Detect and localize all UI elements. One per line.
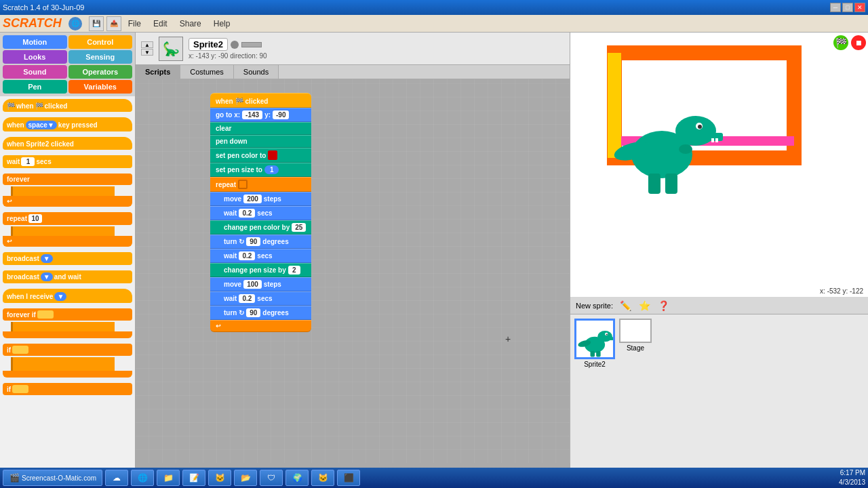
block-when-clicked[interactable]: when 🏁 clicked <box>210 93 311 108</box>
nav-down-button[interactable]: ▼ <box>141 49 153 56</box>
paint-sprite-button[interactable]: ✏️ <box>618 299 632 312</box>
block-sprite-clicked[interactable]: when Sprite2 clicked <box>3 137 132 150</box>
block-wait-02-3[interactable]: wait 0.2 secs <box>210 291 311 306</box>
block-broadcast-wait[interactable]: broadcast ▼ and wait <box>3 270 132 283</box>
category-sensing[interactable]: Sensing <box>68 50 133 64</box>
category-pen[interactable]: Pen <box>3 80 67 94</box>
sprite-lock-icon[interactable] <box>231 41 239 49</box>
script-tabs: Scripts Costumes Sounds <box>136 65 570 79</box>
taskbar-notes[interactable]: 📝 <box>182 470 205 486</box>
nav-up-button[interactable]: ▲ <box>141 41 153 48</box>
sprite-thumbnail: 🦕 <box>159 37 183 61</box>
category-looks[interactable]: Looks <box>3 50 67 64</box>
svg-rect-16 <box>610 337 613 340</box>
block-wait[interactable]: wait 1 secs <box>3 155 132 168</box>
surprise-sprite-button[interactable]: ⭐ <box>637 299 651 312</box>
block-if[interactable]: if <box>3 344 132 356</box>
block-change-pen-size[interactable]: change pen size by 2 <box>210 263 311 277</box>
block-forever-end[interactable]: ↩ <box>3 196 132 207</box>
taskbar-files[interactable]: 📂 <box>234 470 257 486</box>
taskbar-cat[interactable]: 🐱 <box>208 470 231 486</box>
block-repeat[interactable]: repeat 10 <box>3 212 132 225</box>
menu-share[interactable]: Share <box>174 18 207 30</box>
block-change-pen-color[interactable]: change pen color by 25 <box>210 220 311 235</box>
category-sound[interactable]: Sound <box>3 65 67 79</box>
menu-edit[interactable]: Edit <box>148 18 173 30</box>
time-display: 6:17 PM <box>839 468 865 478</box>
svg-rect-21 <box>596 350 600 357</box>
block-wait-02-1[interactable]: wait 0.2 secs <box>210 206 311 220</box>
script-group-main: when 🏁 clicked go to x: -143 y: -90 clea… <box>210 93 311 332</box>
block-move-200[interactable]: move 200 steps <box>210 192 311 206</box>
block-set-pen-size[interactable]: set pen size to 1 <box>210 163 311 177</box>
share-icon-button[interactable]: 📤 <box>106 16 121 31</box>
menu-bar: SCRATCH 🌐 💾 📤 File Edit Share Help <box>0 15 868 33</box>
save-icon-button[interactable]: 💾 <box>89 16 104 31</box>
stop-button[interactable]: ⏹ <box>851 35 866 50</box>
category-variables[interactable]: Variables <box>68 80 133 94</box>
script-canvas[interactable]: when 🏁 clicked go to x: -143 y: -90 clea… <box>136 79 570 463</box>
block-if-else[interactable]: if <box>3 383 132 395</box>
minimize-button[interactable]: ─ <box>830 3 841 12</box>
block-turn-90-2[interactable]: turn ↻ 90 degrees <box>210 306 311 320</box>
app-logo: SCRATCH <box>3 16 62 30</box>
taskbar-shield[interactable]: 🛡 <box>260 470 283 486</box>
taskbar-explorer[interactable]: 📁 <box>157 470 180 486</box>
stage-coords: x: -532 y: -122 <box>817 287 866 296</box>
block-broadcast[interactable]: broadcast ▼ <box>3 252 132 265</box>
pen-color-swatch[interactable] <box>268 150 277 160</box>
category-operators[interactable]: Operators <box>68 65 133 79</box>
sprite2-thumbnail[interactable] <box>574 319 615 359</box>
green-flag-button[interactable]: 🏁 <box>833 35 848 50</box>
sprite-name: Sprite2 <box>189 38 228 51</box>
block-set-pen-color[interactable]: set pen color to <box>210 148 311 163</box>
svg-rect-11 <box>648 174 660 194</box>
taskbar-ie[interactable]: 🌐 <box>131 470 154 486</box>
block-wait-02-2[interactable]: wait 0.2 secs <box>210 249 311 263</box>
globe-icon[interactable]: 🌐 <box>68 17 82 30</box>
category-motion[interactable]: Motion <box>3 35 67 49</box>
taskbar-network[interactable]: 🌍 <box>285 470 309 486</box>
menu-help[interactable]: Help <box>208 18 236 30</box>
notes-icon: 📝 <box>189 472 199 483</box>
tab-scripts[interactable]: Scripts <box>136 65 180 79</box>
block-pen-down[interactable]: pen down <box>210 135 311 148</box>
block-clear[interactable]: clear <box>210 122 311 135</box>
screencast-label: Screencast-O-Matic.com <box>22 474 96 482</box>
block-forever[interactable]: forever <box>3 174 132 185</box>
block-repeat-end[interactable]: ↩ <box>3 236 132 247</box>
tab-sounds[interactable]: Sounds <box>234 65 279 79</box>
block-key-pressed[interactable]: when space▼ key pressed <box>3 117 132 131</box>
tab-costumes[interactable]: Costumes <box>180 65 234 79</box>
taskbar-tasks[interactable]: ⬛ <box>337 470 360 486</box>
block-when-receive[interactable]: when I receive ▼ <box>3 289 132 303</box>
close-button[interactable]: ✕ <box>854 3 865 12</box>
block-when-clicked[interactable]: 🏁 when 🏁 clicked <box>3 99 132 112</box>
taskbar-weather[interactable]: ☁ <box>105 470 128 486</box>
svg-rect-2 <box>608 53 621 158</box>
sprite-coords: x: -143 y: -90 direction: 90 <box>189 52 267 60</box>
tasks-icon: ⬛ <box>343 472 354 483</box>
block-repeat-outer[interactable]: repeat <box>210 177 311 192</box>
taskbar-scratch-app[interactable]: 🐱 <box>311 470 334 486</box>
taskbar-screencast[interactable]: 🎬 Screencast-O-Matic.com <box>3 470 102 486</box>
sprite-nav-buttons[interactable]: ▲ ▼ <box>141 41 153 56</box>
repeat-value[interactable] <box>238 180 248 189</box>
left-panel: Motion Control Looks Sensing Sound Opera… <box>0 33 136 468</box>
menu-file[interactable]: File <box>123 18 146 30</box>
block-categories: Motion Control Looks Sensing Sound Opera… <box>0 33 135 96</box>
sprite-item-sprite2[interactable]: Sprite2 <box>574 319 615 368</box>
block-forever-if[interactable]: forever if <box>3 308 132 321</box>
window-controls[interactable]: ─ □ ✕ <box>830 3 865 12</box>
new-sprite-bar: New sprite: ✏️ ⭐ ❓ <box>570 297 868 314</box>
block-goto[interactable]: go to x: -143 y: -90 <box>210 108 311 122</box>
block-move-100[interactable]: move 100 steps <box>210 277 311 291</box>
category-control[interactable]: Control <box>68 35 133 49</box>
stage-thumbnail[interactable] <box>619 319 652 343</box>
maximize-button[interactable]: □ <box>842 3 853 12</box>
cat-icon: 🐱 <box>214 472 225 483</box>
block-turn-90-1[interactable]: turn ↻ 90 degrees <box>210 235 311 249</box>
help-sprite-button[interactable]: ❓ <box>656 299 670 312</box>
sprite-item-stage[interactable]: Stage <box>619 319 652 368</box>
repeat-arrow-icon: ↩ <box>216 323 221 329</box>
